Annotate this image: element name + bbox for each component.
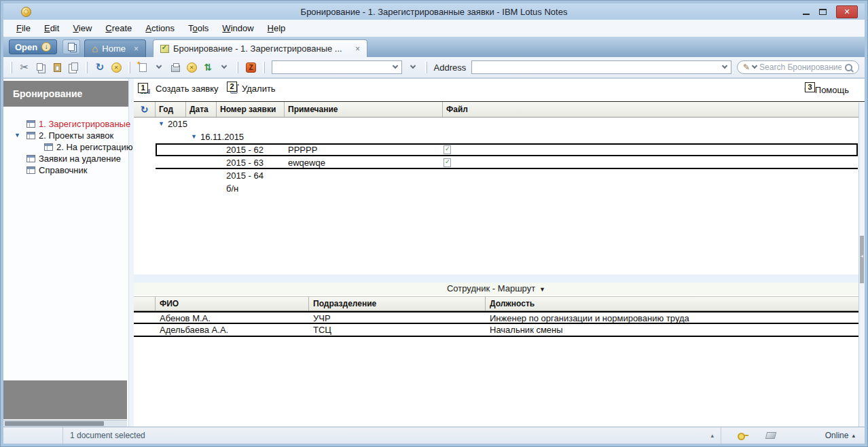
chevron-down-icon [722,63,727,69]
scrollbar-thumb[interactable] [860,236,864,283]
status-expand-icon[interactable]: ▴ [710,432,714,439]
create-request-label: Создать заявку [156,84,219,94]
replicate-icon[interactable]: ⇅ [202,61,213,73]
column-header-fio[interactable]: ФИО [156,297,309,310]
location-icon[interactable] [765,432,776,439]
key-icon[interactable] [738,433,748,439]
online-status[interactable]: Online ▴ [825,431,855,440]
category-expander-icon[interactable]: ▼ [158,118,164,130]
menu-help[interactable]: Help [261,21,292,35]
employee-icon-cell [134,312,156,323]
search-input[interactable] [759,62,842,72]
help-label: Помощь [815,85,849,95]
vertical-scrollbar[interactable] [858,103,865,427]
tab-bronirovanie-label: Бронирование - 1. Зарегистрированые ... [173,43,342,54]
view-table-header: ↻ Год Дата Номер заявки Примечание Файл [134,102,858,118]
tab-home-close-icon[interactable]: × [134,44,139,54]
scrollbar-thumb[interactable] [5,421,104,426]
employee-row[interactable]: Адельбаева А.А.ТСЦНачальник смены [134,324,858,337]
column-header-dolzhnost[interactable]: Должность [486,297,858,310]
copy-icon[interactable] [35,61,46,73]
employee-fio: Адельбаева А.А. [156,324,309,336]
sidebar-item-1-зарегистрированые[interactable]: 1. Зарегистрированые [3,118,128,130]
home-icon: ⌂ [92,44,98,54]
view-empty-space [134,195,865,274]
sidebar-splitter[interactable] [128,79,134,427]
menu-file[interactable]: File [10,21,37,35]
close-button[interactable]: ✕ [836,5,858,18]
new-document-icon[interactable] [137,61,148,73]
menu-window[interactable]: Window [216,21,259,35]
search-box[interactable]: ✎ [737,60,859,74]
stop-icon[interactable] [111,61,122,73]
view-category-row[interactable]: ▼16.11.2015 [134,130,858,143]
request-number: б/н [226,182,238,195]
employee-row[interactable]: Абенов М.А.УЧРИнженер по организации и н… [134,311,858,324]
toolbar-style-combo[interactable] [272,60,402,74]
sidebar-item-label: 1. Зарегистрированые [39,119,130,129]
column-header-nomer[interactable]: Номер заявки [217,102,285,117]
sidebar-item-справочник[interactable]: Справочник [3,164,128,176]
print-icon[interactable] [170,61,181,73]
permanent-pen-icon[interactable] [186,61,197,73]
expander-icon[interactable]: ▼ [14,132,20,139]
menu-edit[interactable]: Edit [38,21,65,35]
menu-tools[interactable]: Tools [182,21,215,35]
status-segment-left [3,427,63,444]
bottom-panel-header[interactable]: Сотрудник - Маршрут▼ [134,283,858,295]
tab-bronirovanie-close-icon[interactable]: × [355,44,360,54]
view-doc-row[interactable]: 2015 - 62PPPPP [134,143,858,156]
notes-view-icon [160,45,169,53]
maximize-icon[interactable] [819,9,827,15]
address-input[interactable] [471,60,731,74]
sidebar-item-2-на-регистрацию[interactable]: 2. На регистрацию [3,141,128,153]
search-icon[interactable] [844,63,853,72]
title-bar[interactable]: Бронирование - 1. Зарегистрированные зая… [3,3,865,20]
create-request-button[interactable]: Создать заявку [141,84,219,94]
tab-bronirovanie[interactable]: Бронирование - 1. Зарегистрированые ... … [153,39,367,57]
annotation-badge-3: 3 [805,82,815,92]
view-category-row[interactable]: ▼2015 [134,118,858,130]
search-dropdown-icon[interactable] [752,63,757,69]
menu-create[interactable]: Create [99,21,138,35]
view-doc-row[interactable]: 2015 - 64 [134,169,858,182]
column-header-data[interactable]: Дата [186,102,217,117]
tab-home[interactable]: ⌂ Home × [84,39,146,57]
sametime-status-icon[interactable] [245,61,256,73]
new-document-dropdown-icon[interactable] [153,61,164,73]
menu-view[interactable]: View [67,21,98,35]
attachment-icon[interactable] [444,145,451,154]
menu-actions[interactable]: Actions [139,21,181,35]
column-header-podrazdelenie[interactable]: Подразделение [309,297,486,310]
view-refresh-icon[interactable]: ↻ [134,102,156,117]
column-header-primechanie[interactable]: Примечание [285,102,443,117]
attachment-icon[interactable] [444,158,451,167]
view-doc-row[interactable]: б/н [134,182,858,195]
cut-icon[interactable]: ✂ [19,61,30,73]
refresh-icon[interactable]: ↻ [94,61,105,73]
request-number: 2015 - 62 [226,143,264,156]
category-expander-icon[interactable]: ▼ [191,130,197,143]
sidebar-item-заявки-на-удаление[interactable]: Заявки на удаление [3,153,128,164]
toolbar-more-chevron-icon[interactable] [408,61,418,73]
online-label: Online [825,431,849,440]
main-panel: 1 2 3 Создать заявку Удалить ☛ Помощь [134,79,865,427]
open-button[interactable]: Open [9,39,57,54]
sidebar-horizontal-scrollbar[interactable] [3,420,127,427]
category-label: 16.11.2015 [200,130,244,143]
column-header-fail[interactable]: Файл [443,102,858,117]
paste-special-icon[interactable] [68,61,79,73]
status-message-segment[interactable]: 1 document selected ▴ [63,427,721,444]
open-dropdown-icon [41,42,51,52]
paste-icon[interactable] [52,61,62,73]
sidebar-item-label: Заявки на удаление [39,154,121,164]
bottom-panel-title: Сотрудник - Маршрут [447,283,535,293]
sidebar-item-2-проекты-заявок[interactable]: ▼2. Проекты заявок [3,130,128,141]
view-doc-row[interactable]: 2015 - 63ewqewqe [134,156,858,169]
search-scope-icon[interactable]: ✎ [743,62,750,72]
minimize-icon[interactable] [803,14,810,15]
employee-table-rows: Абенов М.А.УЧРИнженер по организации и н… [134,311,858,337]
toolbar-overflow-icon[interactable] [219,61,230,73]
window-list-button[interactable] [62,39,80,54]
column-header-god[interactable]: Год [156,102,186,117]
